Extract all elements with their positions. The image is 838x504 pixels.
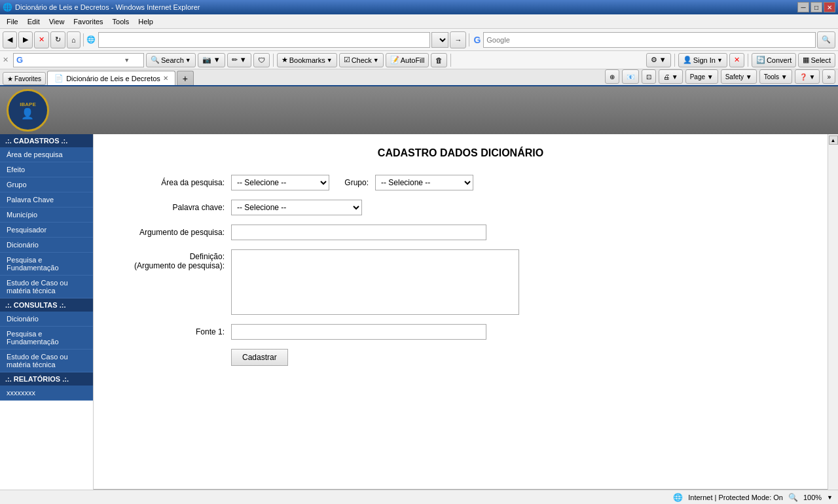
check-button[interactable]: ☑ Check ▼	[339, 53, 384, 67]
sidebar-item-estudo[interactable]: Estudo de Caso ou matéria técnica	[0, 276, 93, 298]
google-search-nav-button[interactable]: 🔍	[817, 31, 835, 48]
pencil-button[interactable]: ✏ ▼	[227, 53, 251, 67]
title-bar-left: 🌐 Dicionário de Leis e Decretos - Window…	[3, 3, 200, 12]
user-icon: 👤	[683, 56, 692, 64]
forward-button[interactable]: ▶	[18, 31, 33, 48]
sidebar-item-pesquisa2[interactable]: Pesquisa e Fundamentação	[0, 327, 93, 350]
safety-button[interactable]: Safety ▼	[721, 69, 757, 84]
tab-icon: 📄	[54, 74, 64, 82]
menu-file[interactable]: File	[3, 16, 22, 27]
fullscreen-button[interactable]: ⊡	[642, 69, 656, 84]
convert-icon: 🔄	[756, 56, 765, 64]
status-bar: 🌐 Internet | Protected Mode: On 🔍 100% ▼	[0, 490, 838, 504]
close-button[interactable]: ✕	[824, 2, 835, 12]
menu-help[interactable]: Help	[134, 16, 157, 27]
home-button[interactable]: ⌂	[67, 31, 81, 48]
tab-close-button[interactable]: ✕	[163, 75, 168, 82]
email-button[interactable]: 📧	[622, 69, 639, 84]
shield-button[interactable]: 🛡	[253, 53, 270, 67]
zoom-level: 100%	[803, 494, 822, 501]
fonte-label: Fonte 1:	[120, 327, 225, 336]
refresh-button[interactable]: ↻	[50, 31, 65, 48]
menu-favorites[interactable]: Favorites	[69, 16, 107, 27]
area-grupo-row: Área da pesquisa: -- Selecione -- Grupo:…	[120, 175, 801, 190]
search-button[interactable]: 🔍 Search ▼	[146, 53, 196, 67]
scrollbar[interactable]: ▲ ▼	[828, 134, 838, 504]
zoom-icon: 🔍	[788, 493, 798, 502]
argumento-label: Argumento de pesquisa:	[120, 228, 225, 237]
grupo-select[interactable]: -- Selecione --	[375, 175, 473, 190]
signin-dropdown: ▼	[717, 57, 723, 63]
palavra-row: Palavra chave: -- Selecione --	[120, 200, 801, 215]
zoom-dropdown[interactable]: ▼	[827, 494, 833, 501]
definicao-textarea[interactable]	[231, 249, 519, 315]
select-icon: ▦	[803, 56, 809, 64]
sidebar-item-municipio[interactable]: Município	[0, 207, 93, 223]
cadastrar-button[interactable]: Cadastrar	[231, 349, 288, 366]
fonte-input[interactable]	[231, 324, 486, 340]
address-input[interactable]	[98, 32, 431, 48]
stop-button[interactable]: ✕	[34, 31, 49, 48]
google-logo: G	[16, 55, 23, 65]
camera-button[interactable]: 📷 ▼	[198, 53, 225, 67]
minimize-button[interactable]: ─	[797, 2, 809, 12]
check-dropdown: ▼	[373, 57, 379, 63]
sidebar-item-xxx[interactable]: xxxxxxxx	[0, 386, 93, 401]
search-dropdown-icon[interactable]: ▼	[124, 57, 130, 63]
palavra-select[interactable]: -- Selecione --	[231, 200, 362, 215]
google-icon: ✕	[3, 56, 9, 64]
address-dropdown[interactable]	[431, 32, 448, 48]
help-button[interactable]: ❓ ▼	[795, 69, 820, 84]
sidebar-item-pesquisador[interactable]: Pesquisador	[0, 223, 93, 238]
sidebar-item-pesquisa[interactable]: Pesquisa e Fundamentação	[0, 253, 93, 276]
back-button[interactable]: ◀	[3, 31, 17, 48]
menu-tools[interactable]: Tools	[109, 16, 134, 27]
area-select[interactable]: -- Selecione --	[231, 175, 329, 190]
google-search-input[interactable]	[26, 56, 124, 64]
scroll-up[interactable]: ▲	[829, 135, 838, 145]
bookmarks-button[interactable]: ★ Bookmarks ▼	[277, 53, 337, 67]
settings-button[interactable]: ⚙ ▼	[646, 53, 671, 67]
convert-button[interactable]: 🔄 Convert	[752, 53, 797, 67]
favorites-button[interactable]: ★ Favorites	[3, 72, 46, 85]
more-button[interactable]: »	[822, 69, 835, 84]
maximize-button[interactable]: □	[811, 2, 822, 12]
close-x-button[interactable]: ✕	[729, 53, 744, 67]
submit-row: Cadastrar	[120, 349, 801, 366]
favorites-star-icon: ★	[7, 75, 13, 82]
fonte-row: Fonte 1:	[120, 324, 801, 340]
status-zone: Internet | Protected Mode: On	[688, 494, 783, 501]
internet-icon: 🌐	[673, 493, 683, 502]
sidebar-item-efeito[interactable]: Efeito	[0, 162, 93, 177]
address-label: 🌐	[86, 35, 96, 44]
new-tab-button[interactable]: +	[177, 71, 194, 85]
window-title: Dicionário de Leis e Decretos - Windows …	[15, 3, 200, 11]
google-search-nav-input[interactable]	[483, 32, 816, 48]
window-controls: ─ □ ✕	[797, 2, 835, 12]
go-button[interactable]: →	[450, 31, 466, 48]
page-title: CADASTRO DADOS DICIONÁRIO	[120, 147, 801, 159]
tools-button[interactable]: Tools ▼	[759, 69, 792, 84]
menu-edit[interactable]: Edit	[24, 16, 44, 27]
menu-view[interactable]: View	[45, 16, 69, 27]
tabs-bar: ★ Favorites 📄 Dicionário de Leis e Decre…	[0, 69, 838, 86]
sidebar-item-dicionario[interactable]: Dicionário	[0, 238, 93, 253]
sidebar-item-estudo2[interactable]: Estudo de Caso ou matéria técnica	[0, 350, 93, 372]
select-button[interactable]: ▦ Select	[798, 53, 835, 67]
check-icon: ☑	[344, 56, 350, 64]
signin-button[interactable]: 👤 Sign In ▼	[678, 53, 727, 67]
eraser-button[interactable]: 🗑	[431, 53, 447, 67]
page-button[interactable]: Page ▼	[685, 69, 718, 84]
rss-button[interactable]: ⊕	[605, 69, 619, 84]
autofill-button[interactable]: 📝 AutoFill	[386, 53, 429, 67]
nav-separator	[83, 33, 84, 46]
active-tab[interactable]: 📄 Dicionário de Leis e Decretos ✕	[47, 71, 175, 85]
sidebar-item-area[interactable]: Área de pesquisa	[0, 147, 93, 162]
argumento-input[interactable]	[231, 225, 486, 240]
sidebar-item-dicionario2[interactable]: Dicionário	[0, 312, 93, 327]
sidebar-item-grupo[interactable]: Grupo	[0, 177, 93, 192]
sidebar-section-consultas: .:. CONSULTAS .:.	[0, 298, 93, 312]
print-button[interactable]: 🖨 ▼	[659, 69, 683, 84]
search-icon: 🔍	[151, 56, 160, 64]
sidebar-item-palavra[interactable]: Palavra Chave	[0, 192, 93, 207]
